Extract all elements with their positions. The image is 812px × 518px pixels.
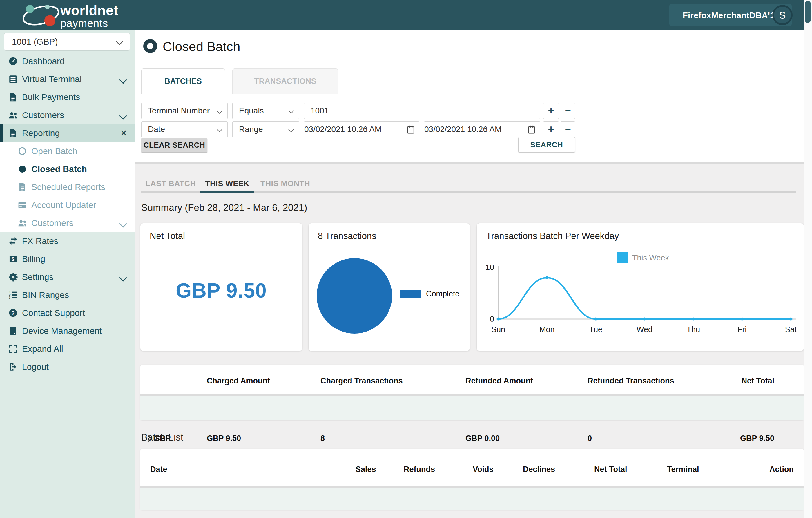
document-icon xyxy=(7,92,19,103)
scrollbar-thumb[interactable] xyxy=(805,1,811,23)
sidebar-item-label: Settings xyxy=(22,272,53,282)
sidebar-item-logout[interactable]: Logout xyxy=(0,358,135,376)
filter-value-input[interactable]: 1001 xyxy=(304,103,540,119)
tab-transactions[interactable]: TRANSACTIONS xyxy=(232,68,338,94)
exchange-icon xyxy=(7,235,19,247)
sidebar-item-label: Contact Support xyxy=(22,308,85,318)
sidebar-item-label: Reporting xyxy=(22,128,60,138)
table-row[interactable]: GBP GBP 9.50 8 GBP 0.00 0 GBP 9.50 xyxy=(140,396,804,420)
sidebar-item-billing[interactable]: $Billing xyxy=(0,250,135,268)
legend-label: Complete xyxy=(426,289,460,298)
column-header: Terminal xyxy=(667,465,699,474)
tab-batches[interactable]: BATCHES xyxy=(141,68,225,94)
tab-last-batch[interactable]: LAST BATCH xyxy=(141,177,200,191)
report-section: LAST BATCH THIS WEEK THIS MONTH Summary … xyxy=(135,165,805,518)
sidebar-item-open-batch[interactable]: Open Batch xyxy=(0,142,135,160)
add-filter-button[interactable]: + xyxy=(543,121,559,138)
sidebar-item-settings[interactable]: Settings xyxy=(0,268,135,286)
column-header: Sales xyxy=(355,465,376,474)
search-button[interactable]: SEARCH xyxy=(518,137,575,152)
brand-line-2: payments xyxy=(60,18,118,29)
sidebar-item-fx-rates[interactable]: FX Rates xyxy=(0,232,135,250)
section-divider xyxy=(135,163,805,165)
net-total-cell: GBP 9.50 xyxy=(740,434,774,443)
svg-text:Wed: Wed xyxy=(637,325,652,334)
closed-batch-page: worldnet payments FirefoxMerchantDBA'1 S… xyxy=(0,0,812,518)
user-avatar[interactable]: S xyxy=(772,5,792,25)
svg-text:$: $ xyxy=(11,256,15,262)
remove-filter-button[interactable]: − xyxy=(560,103,575,119)
sidebar-item-account-updater[interactable]: Account Updater xyxy=(0,196,135,214)
column-header: Date xyxy=(150,465,167,474)
date-field-select[interactable]: Date xyxy=(141,121,228,138)
sidebar-item-label: Bulk Payments xyxy=(22,92,80,102)
batch-list-heading: Batch List xyxy=(141,432,183,443)
tab-this-month[interactable]: THIS MONTH xyxy=(254,177,316,191)
sidebar-item-label: BIN Ranges xyxy=(22,290,69,300)
date-to-input[interactable]: 03/02/2021 10:26 AM xyxy=(424,121,540,138)
summary-table: Charged Amount Charged Transactions Refu… xyxy=(140,365,804,420)
chevron-down-icon xyxy=(288,126,294,132)
filter-field-value: Terminal Number xyxy=(148,106,210,115)
charged-amount-cell: GBP 9.50 xyxy=(207,434,241,443)
remove-filter-button[interactable]: − xyxy=(560,121,575,138)
column-header: Voids xyxy=(473,465,494,474)
date-from-input[interactable]: 03/02/2021 10:26 AM xyxy=(304,121,419,138)
numbered-list-icon: 123 xyxy=(7,289,19,300)
sidebar-item-label: Logout xyxy=(22,362,49,372)
weekday-chart-card: Transactions Batch Per Weekday This Week… xyxy=(477,223,804,351)
sidebar-item-label: Closed Batch xyxy=(31,164,87,174)
column-header: Net Total xyxy=(594,465,627,474)
add-filter-button[interactable]: + xyxy=(543,103,559,119)
merchant-name: FirefoxMerchantDBA'1 xyxy=(683,11,775,20)
document-icon xyxy=(17,181,28,193)
tab-this-week[interactable]: THIS WEEK xyxy=(200,177,254,191)
sidebar-item-contact-support[interactable]: ?Contact Support xyxy=(0,304,135,322)
sidebar-item-customers[interactable]: Customers xyxy=(0,106,135,124)
batch-list-table: Date Sales Refunds Voids Declines Net To… xyxy=(140,449,804,510)
transactions-card: 8 Transactions Complete xyxy=(309,223,470,351)
svg-text:10: 10 xyxy=(486,263,494,272)
merchant-menu[interactable]: FirefoxMerchantDBA'1 S xyxy=(669,4,792,26)
sidebar-item-label: Device Management xyxy=(22,326,102,336)
close-icon[interactable]: × xyxy=(120,126,127,140)
sidebar-item-customers[interactable]: Customers xyxy=(0,214,135,232)
sidebar-item-reporting[interactable]: Reporting× xyxy=(0,124,135,142)
terminal-selector[interactable]: 1001 (GBP) xyxy=(4,33,130,51)
calendar-icon[interactable] xyxy=(406,125,415,136)
calendar-icon[interactable] xyxy=(527,125,536,136)
sidebar-item-label: Expand All xyxy=(22,344,63,354)
chevron-down-icon xyxy=(119,220,127,228)
svg-text:0: 0 xyxy=(490,315,494,323)
date-to-value: 03/02/2021 10:26 AM xyxy=(424,125,501,134)
logout-icon xyxy=(7,362,19,372)
sidebar-item-virtual-terminal[interactable]: Virtual Terminal xyxy=(0,70,135,88)
circle-filled-icon xyxy=(17,164,28,175)
column-header: Refunds xyxy=(404,465,435,474)
filter-field-select[interactable]: Terminal Number xyxy=(141,103,228,119)
column-header: Charged Amount xyxy=(207,376,270,385)
chevron-down-icon xyxy=(119,112,127,120)
sidebar-item-scheduled-reports[interactable]: Scheduled Reports xyxy=(0,178,135,196)
sidebar-item-device-management[interactable]: Device Management xyxy=(0,322,135,340)
sidebar-item-label: Account Updater xyxy=(31,200,96,210)
sidebar-item-closed-batch[interactable]: Closed Batch xyxy=(0,160,135,178)
transactions-card-title: 8 Transactions xyxy=(318,231,376,241)
refunded-transactions-cell: 0 xyxy=(587,434,592,443)
sidebar-item-expand-all[interactable]: Expand All xyxy=(0,340,135,358)
table-row[interactable]: Mar 1, 2021 6:10:00 PM 8 0 0 0 GBP 9.50 … xyxy=(140,488,804,510)
clear-search-button[interactable]: CLEAR SEARCH xyxy=(141,138,207,152)
sidebar-item-bulk-payments[interactable]: Bulk Payments xyxy=(0,88,135,106)
line-series xyxy=(498,278,791,319)
sidebar-item-dashboard[interactable]: Dashboard xyxy=(0,52,135,70)
filter-operator-select[interactable]: Equals xyxy=(232,103,299,119)
date-operator-select[interactable]: Range xyxy=(232,121,299,138)
net-total-value: GBP 9.50 xyxy=(140,279,302,302)
svg-text:Mon: Mon xyxy=(540,325,555,334)
worldnet-logo-icon xyxy=(16,1,65,29)
column-header: Net Total xyxy=(742,376,775,385)
chevron-down-icon xyxy=(288,108,294,114)
billing-icon: $ xyxy=(7,254,19,264)
sidebar-item-bin-ranges[interactable]: 123BIN Ranges xyxy=(0,286,135,304)
vertical-scrollbar[interactable] xyxy=(804,0,812,518)
